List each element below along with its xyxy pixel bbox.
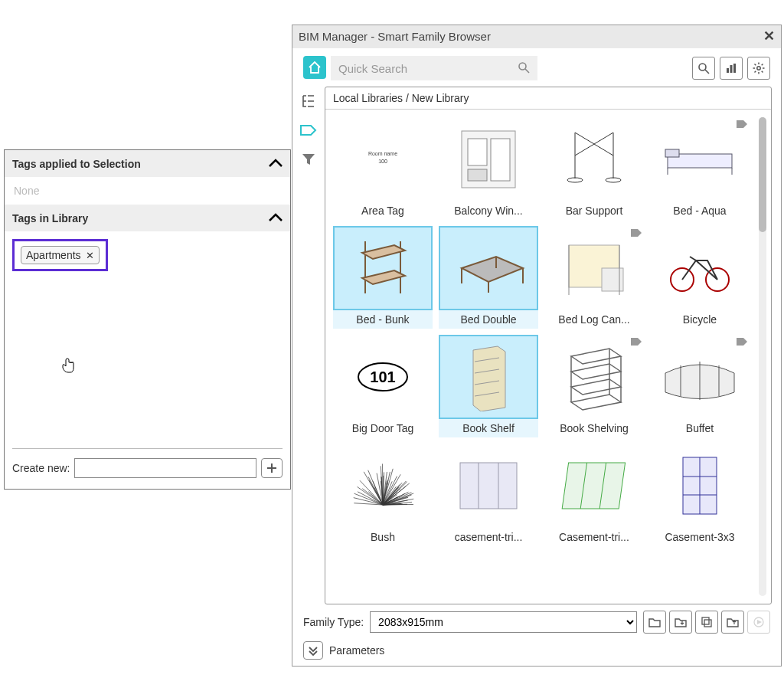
svg-rect-134 [702, 617, 709, 624]
stats-button[interactable] [720, 57, 743, 80]
family-thumbnail [650, 335, 750, 419]
window-title: BIM Manager - Smart Family Browser [299, 30, 491, 43]
family-thumbnail [650, 117, 750, 201]
family-thumbnail [439, 117, 538, 201]
import-button[interactable] [669, 611, 692, 634]
tags-applied-label: Tags applied to Selection [12, 158, 141, 170]
family-item-label: Bed - Aqua [650, 201, 750, 220]
open-folder-button[interactable] [643, 611, 666, 634]
advanced-search-button[interactable] [692, 57, 715, 80]
cursor-hand-icon [60, 357, 76, 378]
play-button[interactable] [747, 611, 770, 634]
svg-marker-35 [362, 270, 405, 284]
family-item[interactable]: 101Big Door Tag [333, 335, 433, 437]
home-button[interactable] [303, 56, 326, 79]
family-item[interactable]: Bicycle [650, 226, 750, 329]
add-tag-button[interactable] [261, 458, 283, 478]
family-item[interactable]: Bed Double [439, 226, 538, 329]
family-type-select[interactable]: 2083x915mm [370, 611, 637, 633]
export-button[interactable] [721, 611, 744, 634]
svg-rect-127 [562, 463, 625, 509]
family-item[interactable]: Casement-3x3 [650, 444, 750, 546]
family-item[interactable]: Book Shelf [439, 335, 538, 437]
settings-button[interactable] [747, 57, 770, 80]
family-thumbnail: 101 [333, 335, 433, 419]
svg-marker-137 [757, 620, 762, 624]
svg-text:100: 100 [378, 159, 387, 164]
tag-marker-icon [736, 336, 748, 346]
family-item[interactable]: Bush [333, 444, 433, 546]
svg-text:101: 101 [370, 368, 395, 385]
create-new-input[interactable] [74, 458, 256, 478]
tags-applied-header[interactable]: Tags applied to Selection [5, 150, 290, 177]
family-item[interactable]: Bed - Aqua [650, 117, 750, 220]
close-icon[interactable]: ✕ [763, 28, 775, 44]
parameters-toggle[interactable] [303, 641, 323, 660]
tag-chip-apartments[interactable]: Apartments ✕ [21, 246, 100, 264]
tag-marker-icon [630, 228, 642, 237]
family-item-label: Bar Support [544, 201, 644, 220]
family-item[interactable]: Bed - Bunk [333, 226, 433, 329]
svg-point-7 [757, 67, 760, 70]
family-type-label: Family Type: [303, 616, 364, 628]
family-item-label: Bicycle [650, 310, 750, 329]
scrollbar-thumb[interactable] [759, 117, 766, 232]
family-item[interactable]: Bar Support [544, 117, 644, 220]
svg-text:Room name: Room name [368, 151, 397, 156]
left-rail [292, 87, 325, 604]
search-icon [518, 61, 530, 76]
tags-applied-none: None [5, 177, 290, 205]
svg-rect-19 [468, 139, 487, 165]
svg-marker-57 [571, 395, 621, 410]
family-item[interactable]: Buffet [650, 335, 750, 437]
tag-icon[interactable] [300, 122, 317, 139]
family-item-label: Area Tag [333, 201, 433, 220]
svg-rect-21 [468, 169, 487, 181]
chevron-up-icon [269, 156, 283, 172]
close-icon[interactable]: ✕ [86, 250, 94, 261]
svg-rect-124 [460, 463, 517, 509]
svg-point-2 [699, 64, 706, 70]
family-item-label: Book Shelving [544, 419, 644, 437]
svg-rect-4 [727, 68, 729, 73]
tags-library-header[interactable]: Tags in Library [5, 205, 290, 231]
family-item-label: casement-tri... [439, 528, 538, 546]
search-box[interactable] [331, 56, 537, 80]
svg-point-0 [519, 63, 526, 70]
family-thumbnail [544, 335, 644, 419]
tag-marker-icon [630, 336, 642, 346]
family-item[interactable]: Room name100Area Tag [333, 117, 433, 220]
breadcrumb[interactable]: Local Libraries / New Library [325, 87, 771, 110]
family-item[interactable]: Casement-tri... [544, 444, 644, 546]
family-item-label: Buffet [650, 419, 750, 437]
copy-button[interactable] [695, 611, 718, 634]
family-thumbnail [650, 226, 750, 310]
family-item[interactable]: Balcony Win... [439, 117, 538, 220]
svg-rect-5 [730, 65, 733, 73]
tags-library-body: Apartments ✕ [5, 231, 290, 448]
family-thumbnail [544, 117, 644, 201]
family-thumbnail [439, 444, 538, 528]
svg-line-1 [525, 69, 529, 73]
family-thumbnail [439, 335, 538, 419]
family-thumbnail [544, 226, 644, 310]
svg-line-13 [762, 71, 763, 73]
family-item[interactable]: casement-tri... [439, 444, 538, 546]
title-bar: BIM Manager - Smart Family Browser ✕ [292, 25, 781, 48]
family-item[interactable]: Book Shelving [544, 335, 644, 437]
svg-line-3 [705, 70, 709, 74]
search-input[interactable] [338, 62, 518, 75]
tree-view-icon[interactable] [300, 93, 317, 110]
svg-rect-6 [733, 64, 736, 73]
tag-marker-icon [736, 119, 748, 128]
tag-chip-label: Apartments [26, 249, 81, 261]
svg-rect-29 [665, 149, 679, 157]
scrollbar[interactable] [759, 117, 766, 596]
svg-marker-49 [473, 346, 505, 411]
highlight-selection: Apartments ✕ [12, 239, 108, 271]
family-item-label: Bed Log Can... [544, 310, 644, 329]
filter-icon[interactable] [300, 151, 317, 168]
family-item-label: Bed Double [439, 310, 538, 329]
family-item[interactable]: Bed Log Can... [544, 226, 644, 329]
family-thumbnail [333, 226, 433, 310]
